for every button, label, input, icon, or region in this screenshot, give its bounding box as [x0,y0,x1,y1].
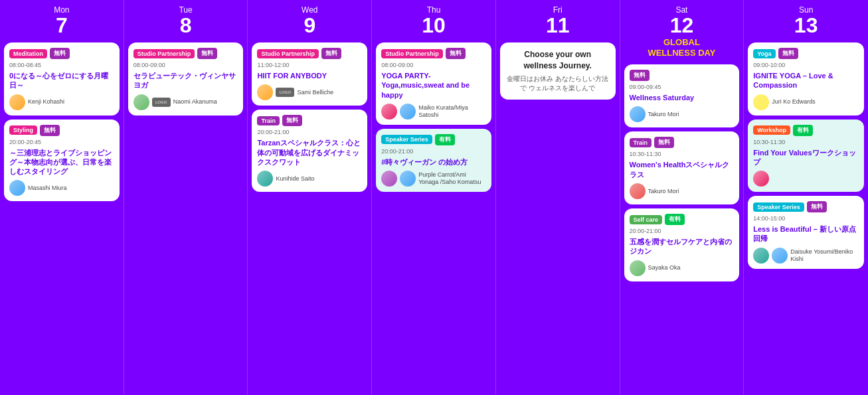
avatar [257,84,273,100]
tag-row: 無料 [630,70,735,81]
day-header-mon: Mon7 [4,5,120,36]
event-time: 20:00-21:00 [257,129,362,135]
day-col-tue: Tue8Studio Partnership無料08:00-09:00セラピュー… [124,0,248,395]
event-card-sat-2[interactable]: Train無料10:30-11:30Women's Healthスペシャルクラス… [624,131,740,204]
event-card-fri-1[interactable]: Choose your own wellness Journey.金曜日はお休み… [500,42,616,100]
partner-logo: LOGO [152,98,171,107]
event-time: 11:00-12:00 [257,62,362,68]
event-title: Less is Beautiful – 新しい原点回帰 [753,224,859,244]
day-number: 13 [748,15,864,36]
event-title: セラピューテック・ヴィンヤサヨガ [133,71,238,90]
paid-tag: 有料 [435,134,455,145]
day-header-wed: Wed9 [252,5,367,36]
instructor-name: Naomi Akanuma [173,98,217,106]
event-title: IGNITE YOGA – Love & Compassion [753,71,859,90]
day-col-wed: Wed9Studio Partnership無料11:00-12:00HIIT … [248,0,372,395]
day-number: 10 [376,15,491,36]
category-tag: Speaker Series [753,202,804,212]
avatar [133,94,149,110]
instructor-row: Sayaka Oka [630,260,735,276]
event-card-thu-2[interactable]: Speaker Series有料20:00-21:00#時々ヴィーガン の始め方… [376,129,491,192]
day-header-sat: Sat12GLOBAL WELLNESS DAY [624,5,740,58]
tag-row: Studio Partnership無料 [133,48,238,59]
free-tag: 無料 [50,48,70,59]
instructor-row: LOGOSami Belliche [257,84,362,100]
paid-tag: 有料 [793,125,813,136]
event-time: 20:00-20:45 [9,139,114,145]
free-tag: 無料 [282,115,302,126]
instructor-row: Daisuke Yosumi/Beniko Kishi [753,248,859,264]
day-number: 9 [252,15,367,36]
instructor-name: Purple Carrot/Ami Yonaga /Saho Komatsu [418,171,486,186]
avatar [753,248,769,264]
category-tag: Yoga [753,49,775,58]
instructor-row [753,171,859,187]
day-header-sun: Sun13 [748,5,864,36]
event-card-wed-1[interactable]: Studio Partnership無料11:00-12:00HIIT FOR … [252,42,367,106]
event-card-wed-2[interactable]: Train無料20:00-21:00Tarzanスペシャルクラス：心と体の可動域… [252,110,367,192]
day-number: 12 [624,15,740,36]
tag-row: Styling無料 [9,125,114,136]
event-time: 08:00-09:00 [381,62,486,68]
day-header-fri: Fri11 [500,5,616,36]
special-day-title: GLOBAL WELLNESS DAY [624,37,740,58]
event-time: 14:00-15:00 [753,215,859,222]
day-col-thu: Thu10Studio Partnership無料08:00-09:00YOGA… [372,0,496,395]
event-title: ～三浦理志とライブショッピング～本物志向が選ぶ、日常を楽しむスタイリング [9,148,114,177]
instructor-row: Masashi Miura [9,180,114,196]
instructor-name: Masashi Miura [28,185,67,192]
event-time: 08:00-08:45 [9,62,114,68]
partner-logo: LOGO [276,88,294,97]
free-tag: 無料 [321,48,341,59]
event-card-tue-1[interactable]: Studio Partnership無料08:00-09:00セラピューテック・… [128,42,244,116]
event-card-sun-2[interactable]: Workshop有料10:30-11:30Find Your Valuesワーク… [748,119,864,193]
instructor-row: Maiko Kurata/Miya Satoshi [381,104,486,119]
category-tag: Studio Partnership [381,49,443,58]
avatar [630,183,646,199]
instructor-row: Juri Ko Edwards [753,94,859,110]
tag-row: Meditation無料 [9,48,114,59]
avatar [9,180,25,196]
tag-row: Studio Partnership無料 [381,48,486,59]
event-card-mon-2[interactable]: Styling無料20:00-20:45～三浦理志とライブショッピング～本物志向… [4,119,120,202]
avatar [381,171,397,187]
event-title: #時々ヴィーガン の始め方 [381,157,486,167]
instructor-row: Takuro Mori [630,106,735,122]
event-card-sat-1[interactable]: 無料09:00-09:45Wellness SaturdayTakuro Mor… [624,64,740,127]
avatar [772,248,788,264]
tag-row: Speaker Series無料 [753,201,859,212]
event-card-mon-1[interactable]: Meditation無料08:00-08:450になる～心をゼロにする月曜日～K… [4,42,120,116]
category-tag: Studio Partnership [257,49,319,58]
event-title: YOGA PARTY- Yoga,music,sweat and be happ… [381,71,486,100]
category-tag: Speaker Series [381,135,432,144]
event-title: HIIT FOR ANYBODY [257,71,362,80]
instructor-row: Takuro Mori [630,183,735,199]
day-col-sat: Sat12GLOBAL WELLNESS DAY無料09:00-09:45Wel… [620,0,744,395]
event-time: 20:00-21:00 [630,228,735,234]
event-time: 08:00-09:00 [133,62,238,68]
event-choose-desc: 金曜日はお休み あなたらしい方法で ウェルネスを楽しんで [507,74,609,93]
free-tag: 無料 [630,70,650,81]
avatar [753,171,769,187]
instructor-name: Kenji Kohashi [28,98,64,106]
avatar [753,94,769,110]
tag-row: Yoga無料 [753,48,859,59]
instructor-name: Daisuke Yosumi/Beniko Kishi [790,248,859,263]
category-tag: Workshop [753,125,790,135]
free-tag: 無料 [654,137,674,148]
avatar [400,171,416,187]
day-col-mon: Mon7Meditation無料08:00-08:450になる～心をゼロにする月… [0,0,124,395]
day-number: 7 [4,15,120,36]
event-card-sat-3[interactable]: Self care有料20:00-21:00五感を潤すセルフケアと内省のジカンS… [624,208,740,281]
event-title: 五感を潤すセルフケアと内省のジカン [630,237,735,256]
tag-row: Speaker Series有料 [381,134,486,145]
category-tag: Train [257,116,280,125]
event-card-thu-1[interactable]: Studio Partnership無料08:00-09:00YOGA PART… [376,42,491,125]
instructor-name: Sayaka Oka [648,264,681,272]
instructor-name: Takuro Mori [648,188,679,195]
instructor-name: Kunihide Saito [276,175,314,183]
day-header-thu: Thu10 [376,5,491,36]
event-card-sun-3[interactable]: Speaker Series無料14:00-15:00Less is Beaut… [748,196,864,269]
event-card-sun-1[interactable]: Yoga無料09:00-10:00IGNITE YOGA – Love & Co… [748,42,864,116]
event-title: Women's Healthスペシャルクラス [630,160,735,179]
